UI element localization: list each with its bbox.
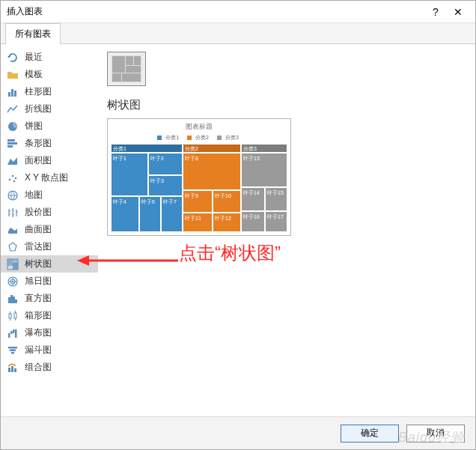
tab-all-charts[interactable]: 所有图表 xyxy=(5,23,61,44)
svg-rect-26 xyxy=(10,331,13,334)
svg-rect-0 xyxy=(8,92,10,97)
close-button[interactable]: ✕ xyxy=(447,1,469,23)
tm-cat-header: 分类1 xyxy=(111,144,183,153)
sunburst-icon xyxy=(7,276,19,288)
chart-preview[interactable]: 图表标题 分类1 分类2 分类3 分类1 叶子1 叶子2 叶子3 叶子4 叶子6… xyxy=(107,118,291,236)
svg-rect-41 xyxy=(122,73,141,82)
svg-rect-38 xyxy=(134,56,141,65)
sidebar-item-sunburst[interactable]: 旭日图 xyxy=(1,273,98,290)
sidebar-item-radar[interactable]: 雷达图 xyxy=(1,238,98,255)
radar-chart-icon xyxy=(7,241,19,253)
tm-leaf: 叶子3 xyxy=(148,175,183,196)
subtype-treemap[interactable] xyxy=(107,52,146,86)
svg-rect-25 xyxy=(8,333,10,338)
svg-rect-6 xyxy=(7,145,13,148)
sidebar-item-label: 折线图 xyxy=(25,103,52,115)
sidebar-item-label: 柱形图 xyxy=(25,85,52,98)
svg-rect-15 xyxy=(13,259,18,263)
sidebar-item-column[interactable]: 柱形图 xyxy=(1,83,98,100)
tm-leaf: 叶子16 xyxy=(241,211,265,232)
sidebar-item-bar[interactable]: 条形图 xyxy=(1,135,98,152)
sidebar-item-label: 饼图 xyxy=(25,120,43,133)
sidebar-item-area[interactable]: 面积图 xyxy=(1,152,98,169)
svg-point-7 xyxy=(9,178,11,180)
sidebar-item-label: X Y 散点图 xyxy=(25,171,68,184)
content-pane: 树状图 图表标题 分类1 分类2 分类3 分类1 叶子1 叶子2 叶子3 叶子4… xyxy=(98,44,475,417)
sidebar-item-boxplot[interactable]: 箱形图 xyxy=(1,307,98,324)
svg-rect-36 xyxy=(112,56,125,73)
sidebar-item-waterfall[interactable]: 瀑布图 xyxy=(1,324,98,341)
svg-rect-34 xyxy=(14,368,16,372)
sidebar-item-label: 旭日图 xyxy=(25,275,52,288)
sidebar-item-histogram[interactable]: 直方图 xyxy=(1,290,98,307)
svg-point-9 xyxy=(15,177,17,179)
svg-rect-2 xyxy=(14,91,16,97)
svg-rect-39 xyxy=(126,66,141,73)
area-chart-icon xyxy=(7,155,19,167)
map-icon xyxy=(7,189,19,201)
tm-cat-header: 分类3 xyxy=(241,144,287,153)
sidebar-item-treemap[interactable]: 树状图 xyxy=(1,255,98,273)
tm-leaf: 叶子9 xyxy=(183,190,213,213)
sidebar-item-pie[interactable]: 饼图 xyxy=(1,118,98,135)
titlebar: 插入图表 ? ✕ xyxy=(1,1,475,23)
sidebar-item-map[interactable]: 地图 xyxy=(1,186,98,204)
sidebar-item-combo[interactable]: 组合图 xyxy=(1,359,98,376)
tm-leaf: 叶子11 xyxy=(183,213,213,232)
svg-rect-5 xyxy=(7,142,17,145)
tm-leaf: 叶子13 xyxy=(241,153,287,187)
tm-leaf: 叶子4 xyxy=(111,196,139,232)
sidebar-item-surface[interactable]: 曲面图 xyxy=(1,221,98,238)
svg-marker-12 xyxy=(9,243,16,251)
scatter-chart-icon xyxy=(7,172,19,184)
sidebar-item-recent[interactable]: 最近 xyxy=(1,49,98,66)
funnel-icon xyxy=(7,344,19,356)
tm-leaf: 叶子1 xyxy=(111,153,148,196)
svg-rect-40 xyxy=(112,73,121,82)
surface-chart-icon xyxy=(7,224,19,236)
dialog-title: 插入图表 xyxy=(7,5,424,18)
sidebar-item-label: 最近 xyxy=(25,51,43,64)
undo-icon xyxy=(7,52,19,64)
waterfall-icon xyxy=(7,327,19,339)
annotation-text: 点击“树状图” xyxy=(179,241,281,265)
svg-rect-37 xyxy=(126,56,133,65)
sidebar-item-label: 组合图 xyxy=(25,361,52,374)
sidebar-item-funnel[interactable]: 漏斗图 xyxy=(1,341,98,359)
sidebar-item-label: 地图 xyxy=(25,189,43,201)
sidebar-item-template[interactable]: 模板 xyxy=(1,66,98,83)
sidebar-item-label: 瀑布图 xyxy=(25,326,52,339)
svg-point-10 xyxy=(13,180,16,182)
sidebar-item-label: 模板 xyxy=(25,68,43,81)
subtype-row xyxy=(107,52,466,86)
dialog-body: 最近 模板 柱形图 折线图 饼图 条形图 xyxy=(1,44,475,417)
chart-type-sidebar: 最近 模板 柱形图 折线图 饼图 条形图 xyxy=(1,44,98,417)
dialog-footer: 确定 取消 xyxy=(1,416,475,449)
combo-chart-icon xyxy=(7,362,19,374)
svg-rect-27 xyxy=(13,329,15,333)
svg-rect-14 xyxy=(7,259,13,266)
treemap-preview: 分类1 叶子1 叶子2 叶子3 叶子4 叶子6 叶子7 分类2 叶子8 叶子9 … xyxy=(111,144,287,232)
svg-rect-4 xyxy=(7,139,15,142)
cancel-button[interactable]: 取消 xyxy=(406,425,465,443)
sidebar-item-stock[interactable]: 股价图 xyxy=(1,204,98,221)
sidebar-item-line[interactable]: 折线图 xyxy=(1,100,98,118)
tabbar: 所有图表 xyxy=(1,23,475,44)
svg-rect-28 xyxy=(15,329,17,338)
sidebar-item-label: 曲面图 xyxy=(25,223,52,236)
svg-rect-21 xyxy=(13,297,15,303)
ok-button[interactable]: 确定 xyxy=(341,425,399,443)
svg-rect-23 xyxy=(9,314,11,318)
sidebar-item-label: 面积图 xyxy=(25,154,52,167)
histogram-icon xyxy=(7,293,19,305)
sidebar-item-label: 条形图 xyxy=(25,137,52,150)
tm-leaf: 叶子14 xyxy=(241,187,265,211)
sidebar-item-scatter[interactable]: X Y 散点图 xyxy=(1,169,98,186)
line-chart-icon xyxy=(7,103,19,115)
sidebar-item-label: 雷达图 xyxy=(25,240,52,253)
sidebar-item-label: 树状图 xyxy=(25,258,52,270)
svg-point-8 xyxy=(12,174,14,177)
tm-leaf: 叶子6 xyxy=(139,196,161,232)
tm-leaf: 叶子12 xyxy=(213,213,241,232)
help-button[interactable]: ? xyxy=(424,1,447,23)
